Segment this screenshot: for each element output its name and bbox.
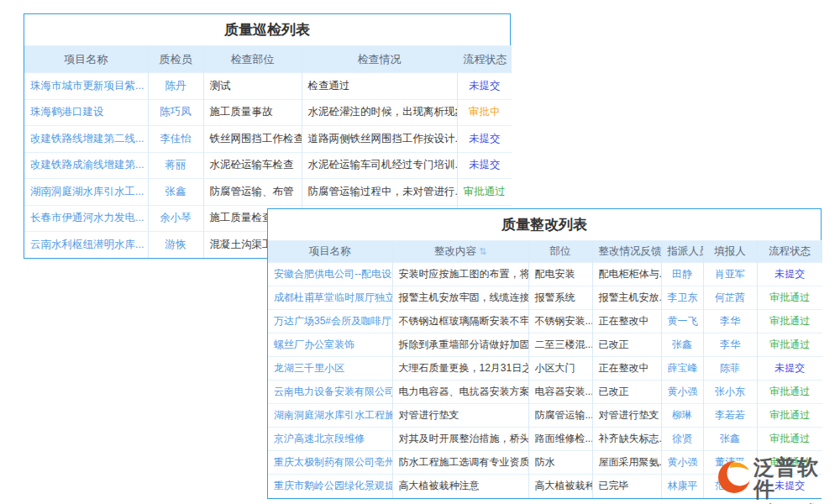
cell-text: 正在整改中 bbox=[592, 357, 661, 381]
rectification-table-body: 安徽合肥供电公司--配电设备...安装时应按施工图的布置，将...配电安装配电柜… bbox=[268, 263, 822, 498]
cell-text: 报警主机安放牢固，线缆连接... bbox=[392, 286, 528, 310]
person-link[interactable]: 黄一飞 bbox=[661, 310, 703, 333]
project-link[interactable]: 湖南洞庭湖水库引水工程施工I标 bbox=[268, 404, 392, 428]
cell-text: 大理石质量更换，12月31日之... bbox=[392, 357, 528, 381]
person-link[interactable]: 蒋丽 bbox=[148, 152, 203, 179]
person-link[interactable]: 柳琳 bbox=[661, 404, 703, 428]
person-link[interactable]: 陈巧凤 bbox=[148, 99, 203, 126]
status-text: 未提交 bbox=[757, 475, 822, 498]
status-text: 审批通过 bbox=[757, 333, 822, 357]
column-header[interactable]: 整改内容⇅ bbox=[392, 241, 528, 263]
table-row: 珠海市城市更新项目紫...陈丹测试检查通过未提交 bbox=[24, 73, 512, 100]
cell-text: 安装时应按施工图的布置，将... bbox=[392, 263, 528, 286]
project-link[interactable]: 云南电力设备安装有限公司20... bbox=[268, 381, 392, 404]
table-row: 云南电力设备安装有限公司20...电力电容器、电抗器安装方案,...电容器安装.… bbox=[268, 381, 822, 404]
person-link[interactable]: 张小东 bbox=[703, 381, 757, 404]
person-link[interactable]: 李华 bbox=[703, 333, 757, 357]
status-text: 未提交 bbox=[457, 152, 512, 179]
person-link[interactable]: 余小琴 bbox=[148, 205, 203, 232]
person-link[interactable]: 李华 bbox=[703, 310, 757, 333]
cell-text: 检查通过 bbox=[302, 73, 457, 100]
project-link[interactable]: 京沪高速北京段维修 bbox=[268, 428, 392, 451]
person-link[interactable]: 陈菲 bbox=[703, 357, 757, 381]
person-link[interactable]: 林康平 bbox=[661, 475, 703, 498]
person-link[interactable]: 张鑫 bbox=[148, 179, 203, 206]
project-link[interactable]: 改建铁路成渝线增建第... bbox=[24, 152, 148, 179]
status-text: 未提交 bbox=[757, 357, 822, 381]
person-link[interactable]: 李若若 bbox=[703, 404, 757, 428]
cell-text: 不锈钢边框玻璃隔断安装不牢... bbox=[392, 310, 528, 333]
project-link[interactable]: 安徽合肥供电公司--配电设备... bbox=[268, 263, 392, 286]
column-header: 整改情况反馈 bbox=[592, 241, 661, 263]
project-link[interactable]: 重庆市鹅岭公园绿化景观提升... bbox=[268, 475, 392, 498]
cell-text: 报警主机安放... bbox=[592, 286, 661, 310]
table-row: 重庆太极制药有限公司亳州中...防水工程施工选调有专业资质...防水屋面采用聚氨… bbox=[268, 451, 822, 475]
cell-text: 对管进行垫支 bbox=[392, 404, 528, 428]
person-link[interactable]: 黄小强 bbox=[661, 451, 703, 475]
header-row: 项目名称质检员检查部位检查情况流程状态 bbox=[24, 46, 512, 73]
table-row: 珠海鹤港口建设陈巧凤施工质量事故水泥砼灌注的时候，出现离析现象审批中 bbox=[24, 99, 512, 126]
column-header: 流程状态 bbox=[457, 46, 512, 73]
person-link[interactable]: 肖亚军 bbox=[703, 263, 757, 286]
project-link[interactable]: 长春市伊通河水力发电... bbox=[24, 205, 148, 232]
person-link[interactable]: 黄小强 bbox=[661, 381, 703, 404]
inspection-table-title: 质量巡检列表 bbox=[24, 14, 510, 45]
person-link[interactable]: 徐贤 bbox=[661, 428, 703, 451]
project-link[interactable]: 螺丝厂办公室装饰 bbox=[268, 333, 392, 357]
project-link[interactable]: 珠海鹤港口建设 bbox=[24, 99, 148, 126]
status-text: 未提交 bbox=[457, 126, 512, 153]
sort-icon[interactable]: ⇅ bbox=[479, 246, 486, 256]
person-link[interactable]: 薛宝峰 bbox=[661, 357, 703, 381]
status-text: 审批通过 bbox=[457, 179, 512, 206]
inspection-table-head: 项目名称质检员检查部位检查情况流程状态 bbox=[24, 46, 512, 73]
cell-text: 屋面采用聚氨... bbox=[592, 451, 661, 475]
cell-text: 已改正 bbox=[592, 381, 661, 404]
cell-text: 测试 bbox=[203, 73, 302, 100]
cell-text: 报警系统 bbox=[528, 286, 592, 310]
person-link[interactable]: 李佳怡 bbox=[148, 126, 203, 153]
status-text: 审批通过 bbox=[757, 451, 822, 475]
person-link[interactable]: 董清平 bbox=[703, 451, 757, 475]
cell-text: 对管进行垫支 bbox=[592, 404, 661, 428]
project-link[interactable]: 万达广场35#会所及咖啡厅空... bbox=[268, 310, 392, 333]
table-row: 成都杜甫草堂临时展厅独立展...报警主机安放牢固，线缆连接...报警系统报警主机… bbox=[268, 286, 822, 310]
person-link[interactable]: 张鑫 bbox=[661, 333, 703, 357]
project-link[interactable]: 重庆太极制药有限公司亳州中... bbox=[268, 451, 392, 475]
cell-text: 道路两侧铁丝网围挡工作按设计... bbox=[302, 126, 457, 153]
cell-text: 不锈钢安装... bbox=[528, 310, 592, 333]
person-link[interactable]: 李卫东 bbox=[661, 286, 703, 310]
person-link[interactable]: 陈丹 bbox=[148, 73, 203, 100]
cell-text: 高大植被栽种 bbox=[528, 475, 592, 498]
person-link[interactable]: 何芷茜 bbox=[703, 286, 757, 310]
column-header: 填报人 bbox=[703, 241, 757, 263]
cell-text: 防腐管运输过程中，未对管进行... bbox=[302, 179, 457, 206]
cell-text: 二至三楼混... bbox=[528, 333, 592, 357]
project-link[interactable]: 珠海市城市更新项目紫... bbox=[24, 73, 148, 100]
cell-text: 防水 bbox=[528, 451, 592, 475]
column-header: 流程状态 bbox=[757, 241, 822, 263]
column-header: 检查情况 bbox=[302, 46, 457, 73]
project-link[interactable]: 龙湖三千里小区 bbox=[268, 357, 392, 381]
project-link[interactable]: 云南水利枢纽潜明水库... bbox=[24, 232, 148, 259]
column-header: 项目名称 bbox=[24, 46, 148, 73]
project-link[interactable]: 湖南洞庭湖水库引水工... bbox=[24, 179, 148, 206]
cell-text: 电力电容器、电抗器安装方案,... bbox=[392, 381, 528, 404]
status-text: 未提交 bbox=[757, 263, 822, 286]
cell-text: 水泥砼运输车检查 bbox=[203, 152, 302, 179]
rectification-table-title: 质量整改列表 bbox=[268, 209, 821, 240]
person-link[interactable]: 张鑫 bbox=[703, 428, 757, 451]
cell-text: 路面维修检... bbox=[528, 428, 592, 451]
table-row: 京沪高速北京段维修对其及时开展整治措施，桥头...路面维修检...补齐缺失标志.… bbox=[268, 428, 822, 451]
cell-text: 已改正 bbox=[592, 333, 661, 357]
table-row: 湖南洞庭湖水库引水工程施工I标对管进行垫支防腐管运输...对管进行垫支柳琳李若若… bbox=[268, 404, 822, 428]
status-text: 审批通过 bbox=[757, 404, 822, 428]
cell-text: 铁丝网围挡工作检查 bbox=[203, 126, 302, 153]
person-link[interactable]: 范思璐 bbox=[703, 475, 757, 498]
table-row: 改建铁路线增建第二线...李佳怡铁丝网围挡工作检查道路两侧铁丝网围挡工作按设计.… bbox=[24, 126, 512, 153]
person-link[interactable]: 游恢 bbox=[148, 232, 203, 259]
person-link[interactable]: 田静 bbox=[661, 263, 703, 286]
cell-text: 补齐缺失标志... bbox=[592, 428, 661, 451]
cell-text: 施工质量事故 bbox=[203, 99, 302, 126]
project-link[interactable]: 改建铁路线增建第二线... bbox=[24, 126, 148, 153]
project-link[interactable]: 成都杜甫草堂临时展厅独立展... bbox=[268, 286, 392, 310]
